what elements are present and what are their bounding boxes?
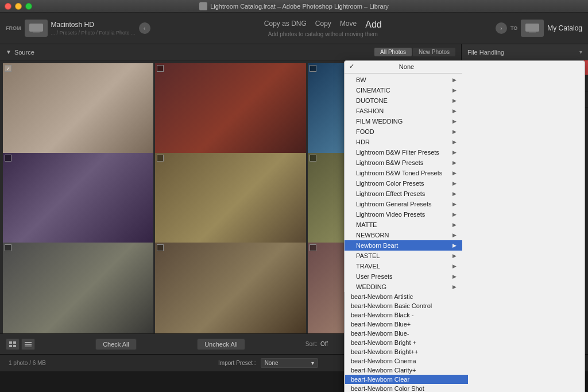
close-button[interactable] [5, 3, 11, 10]
source-drive-info: Macintosh HD ... / Presets / Photo / Fot… [51, 21, 136, 36]
menu-item-travel[interactable]: TRAVEL▶ [345, 261, 462, 271]
menu-item-leffect[interactable]: Lightroom Effect Presets▶ [345, 189, 462, 199]
photo-checkbox[interactable] [310, 155, 316, 162]
submenu-item[interactable]: beart-Newborn Blue+ [345, 320, 468, 329]
svg-rect-2 [32, 33, 41, 33]
preset-section: Import Preset : None ▾ [218, 358, 318, 368]
submenu-item[interactable]: beart-Newborn Clarity+ [345, 366, 468, 375]
menu-item-fashion[interactable]: FASHION▶ [345, 106, 462, 116]
copy-button[interactable]: Copy [315, 20, 331, 30]
to-label: TO [510, 25, 517, 31]
tab-new-photos[interactable]: New Photos [413, 48, 455, 56]
submenu-item[interactable]: beart-Newborn Cinema [345, 356, 468, 366]
menu-label: WEDDING [356, 283, 386, 290]
menu-item-lcolor[interactable]: Lightroom Color Presets▶ [345, 178, 462, 189]
menu-label: Lightroom B&W Toned Presets [356, 170, 442, 176]
photo-checkbox[interactable] [157, 65, 164, 72]
header-center: Copy as DNG Copy Move Add Add photos to … [264, 20, 382, 37]
from-section: FROM Macintosh HD ... / Presets / Photo … [6, 20, 150, 37]
tab-all-photos[interactable]: All Photos [374, 48, 412, 56]
menu-item-bw[interactable]: BW▶ [345, 75, 462, 85]
photo-item[interactable]: Fotolia_46638942_Subscription_Monthly_l.… [155, 243, 305, 333]
menu-item-lgeneral[interactable]: Lightroom General Presets▶ [345, 199, 462, 209]
prev-button[interactable]: ‹ [139, 22, 150, 34]
svg-rect-7 [13, 341, 16, 344]
move-button[interactable]: Move [340, 20, 357, 30]
grid-view-button[interactable] [6, 339, 20, 350]
preset-value: None [265, 360, 278, 366]
preset-dropdown[interactable]: None ▾ [261, 358, 318, 368]
develop-settings-menu: ✓ None BW▶ CINEMATIC▶ DUOTONE▶ FASHION▶ … [344, 60, 585, 392]
svg-rect-11 [25, 344, 32, 345]
menu-item-food[interactable]: FOOD▶ [345, 126, 462, 137]
photo-checkbox[interactable] [310, 244, 316, 251]
menu-item-hdr[interactable]: HDR▶ [345, 137, 462, 147]
photo-checkbox[interactable] [157, 244, 164, 251]
main-layout: ▼ Source All Photos New Photos Fotolia_6… [0, 44, 588, 354]
photo-checkbox[interactable] [157, 155, 164, 162]
dropdown-submenu-list: beart-Newborn Artistic beart-Newborn Bas… [345, 292, 468, 392]
add-button[interactable]: Add [365, 20, 381, 30]
menu-item-duotone[interactable]: DUOTONE▶ [345, 95, 462, 106]
source-label: Source [14, 49, 374, 56]
submenu-item[interactable]: beart-Newborn Bright + [345, 338, 468, 347]
uncheck-all-button[interactable]: Uncheck All [197, 339, 245, 350]
svg-rect-10 [25, 342, 32, 343]
next-button[interactable]: › [496, 22, 507, 34]
copy-dng-button[interactable]: Copy as DNG [264, 20, 307, 30]
photo-count: 1 photo / 6 MB [9, 360, 46, 366]
app-icon [199, 2, 207, 10]
window-controls[interactable] [5, 3, 32, 10]
check-all-button[interactable]: Check All [95, 339, 137, 350]
photo-checkbox[interactable] [5, 244, 11, 251]
maximize-button[interactable] [25, 3, 32, 10]
menu-item-cinematic[interactable]: CINEMATIC▶ [345, 85, 462, 95]
menu-label: BW [356, 76, 366, 83]
sort-label: Sort: [305, 341, 318, 347]
menu-item-newborn[interactable]: NEWBORN▶ [345, 230, 462, 240]
menu-item-matte[interactable]: MATTE▶ [345, 220, 462, 230]
menu-item-user-presets[interactable]: User Presets▶ [345, 271, 462, 282]
svg-rect-0 [29, 24, 43, 32]
menu-label: FOOD [356, 128, 374, 135]
dropdown-main-list: ✓ None BW▶ CINEMATIC▶ DUOTONE▶ FASHION▶ … [345, 61, 462, 292]
svg-rect-6 [9, 341, 12, 344]
photo-item[interactable]: Fotolia_65838732_Subscription_Monthly_l.… [3, 243, 153, 333]
menu-item-lbw-presets[interactable]: Lightroom B&W Presets▶ [345, 157, 462, 168]
source-triangle-icon: ▼ [6, 49, 11, 55]
preset-label: Import Preset : [218, 360, 256, 366]
submenu-item[interactable]: beart-Newborn Bright++ [345, 347, 468, 356]
menu-label: Lightroom B&W Filter Presets [356, 149, 439, 156]
menu-item-pastel[interactable]: PASTEL▶ [345, 251, 462, 261]
menu-label: Lightroom General Presets [356, 201, 431, 207]
sort-value[interactable]: Off [320, 341, 328, 347]
list-view-button[interactable] [21, 339, 35, 350]
submenu-item-clear[interactable]: beart-Newborn Clear [345, 375, 468, 384]
breadcrumb: ... / Presets / Photo / Fotolia Photo ..… [51, 30, 136, 36]
menu-item-lbw-toned[interactable]: Lightroom B&W Toned Presets▶ [345, 168, 462, 178]
submenu-item[interactable]: beart-Newborn Blue- [345, 329, 468, 338]
menu-item-film-wedding[interactable]: FILM WEDDING▶ [345, 116, 462, 126]
menu-item-none[interactable]: ✓ None [345, 61, 462, 72]
menu-label: Newborn Beart [356, 242, 398, 249]
menu-item-wedding[interactable]: WEDDING▶ [345, 282, 462, 292]
svg-rect-5 [528, 33, 537, 33]
photo-checkbox[interactable] [5, 155, 11, 162]
submenu-item[interactable]: beart-Newborn Color Shot [345, 384, 468, 392]
submenu-item[interactable]: beart-Newborn Basic Control [345, 301, 468, 310]
menu-item-lvideo[interactable]: Lightroom Video Presets▶ [345, 209, 462, 220]
photo-checkbox[interactable] [5, 65, 11, 72]
view-buttons [6, 339, 35, 350]
file-handling-label: File Handling [467, 49, 504, 56]
submenu-item[interactable]: beart-Newborn Artistic [345, 292, 468, 301]
minimize-button[interactable] [15, 3, 22, 10]
photo-checkbox[interactable] [310, 65, 316, 72]
header-bar: FROM Macintosh HD ... / Presets / Photo … [0, 13, 588, 44]
menu-item-lbw-filter[interactable]: Lightroom B&W Filter Presets▶ [345, 147, 462, 157]
menu-label: Lightroom Color Presets [356, 180, 424, 187]
submenu-item[interactable]: beart-Newborn Black - [345, 310, 468, 320]
menu-item-newborn-beart[interactable]: Newborn Beart▶ [345, 240, 462, 251]
menu-label: TRAVEL [356, 263, 380, 270]
menu-label: Lightroom Effect Presets [356, 190, 425, 197]
file-handling-collapse-icon[interactable]: ▾ [579, 49, 582, 55]
